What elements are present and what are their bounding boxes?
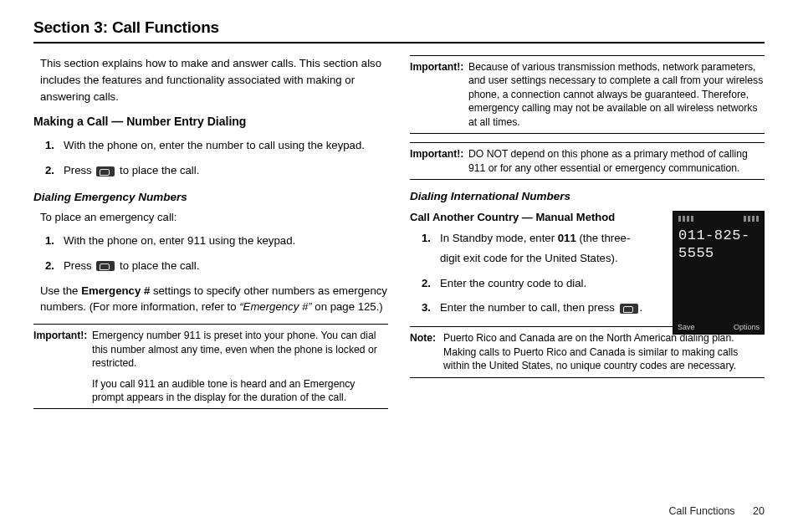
step-number: 2. (422, 274, 440, 294)
right-column: Important!: Because of various transmiss… (410, 55, 765, 417)
step-number: 1. (45, 136, 64, 156)
phone-number-line1: 011-825- (678, 227, 759, 244)
note-label: Important!: (33, 329, 92, 370)
note-body: Because of various transmission methods,… (468, 60, 765, 129)
phone-display: 011-825- 5555 (677, 225, 760, 322)
note-label: Important!: (410, 147, 468, 175)
step-body: With the phone on, enter the number to c… (64, 136, 388, 156)
step-number: 2. (45, 161, 64, 181)
step-number: 1. (45, 231, 64, 251)
important-note-911-preset: Important!: Emergency number 911 is pres… (33, 324, 388, 409)
important-note-do-not-depend: Important!: DO NOT depend on this phone … (410, 142, 765, 180)
steps-international: 1. In Standby mode, enter 011 (the three… (422, 228, 644, 318)
list-item: 2. Press to place the call. (45, 256, 388, 276)
left-column: This section explains how to make and an… (33, 55, 388, 417)
list-item: 1. With the phone on, enter the number t… (45, 136, 388, 156)
emergency-intro: To place an emergency call: (40, 209, 388, 226)
send-key-icon (96, 166, 115, 176)
phone-status-bar (677, 215, 760, 223)
phone-softkeys: Save Options (677, 322, 760, 334)
heading-manual-method: Call Another Country — Manual Method (410, 209, 644, 226)
list-item: 1. With the phone on, enter 911 using th… (45, 231, 388, 251)
phone-screenshot: 011-825- 5555 Save Options (673, 211, 765, 335)
phone-number-line2: 5555 (678, 244, 759, 262)
important-note-transmission: Important!: Because of various transmiss… (410, 55, 765, 134)
heading-making-a-call: Making a Call — Number Entry Dialing (33, 113, 388, 130)
step-body: With the phone on, enter 911 using the k… (64, 231, 388, 251)
note-body: Puerto Rico and Canada are on the North … (443, 331, 765, 372)
note-label: Note: (410, 331, 443, 372)
step-number: 2. (45, 256, 64, 276)
note-body: Emergency number 911 is preset into your… (92, 329, 388, 370)
step-number: 3. (422, 298, 440, 318)
emergency-settings-note: Use the Emergency # settings to specify … (40, 283, 388, 316)
steps-emergency: 1. With the phone on, enter 911 using th… (45, 231, 388, 276)
steps-number-entry: 1. With the phone on, enter the number t… (45, 136, 388, 181)
note-body: DO NOT depend on this phone as a primary… (468, 147, 765, 175)
international-section: Call Another Country — Manual Method 1. … (410, 209, 765, 319)
step-number: 1. (422, 228, 440, 269)
send-key-icon (620, 304, 638, 314)
step-body: Press to place the call. (64, 256, 388, 276)
step-body: Enter the number to call, then press . (440, 298, 644, 318)
step-body: In Standby mode, enter 011 (the three-di… (440, 228, 644, 269)
softkey-right: Options (734, 322, 760, 334)
intro-text: This section explains how to make and an… (40, 55, 388, 105)
note-label: Important!: (410, 60, 468, 129)
step-body: Press to place the call. (64, 161, 388, 181)
page-number: 20 (753, 505, 765, 517)
signal-icon (678, 216, 693, 222)
list-item: 1. In Standby mode, enter 011 (the three… (422, 228, 644, 269)
softkey-left: Save (678, 322, 695, 334)
list-item: 3. Enter the number to call, then press … (422, 298, 644, 318)
content-columns: This section explains how to make and an… (33, 55, 765, 417)
battery-icon (744, 216, 759, 222)
list-item: 2. Press to place the call. (45, 161, 388, 181)
heading-international: Dialing International Numbers (410, 188, 765, 205)
list-item: 2. Enter the country code to dial. (422, 274, 644, 294)
heading-emergency-numbers: Dialing Emergency Numbers (33, 189, 388, 206)
step-body: Enter the country code to dial. (440, 274, 644, 294)
section-title: Section 3: Call Functions (33, 18, 765, 43)
footer-section-label: Call Functions (668, 505, 734, 517)
send-key-icon (96, 261, 115, 271)
page-footer: Call Functions 20 (668, 505, 765, 517)
note-extra: If you call 911 an audible tone is heard… (92, 377, 388, 405)
